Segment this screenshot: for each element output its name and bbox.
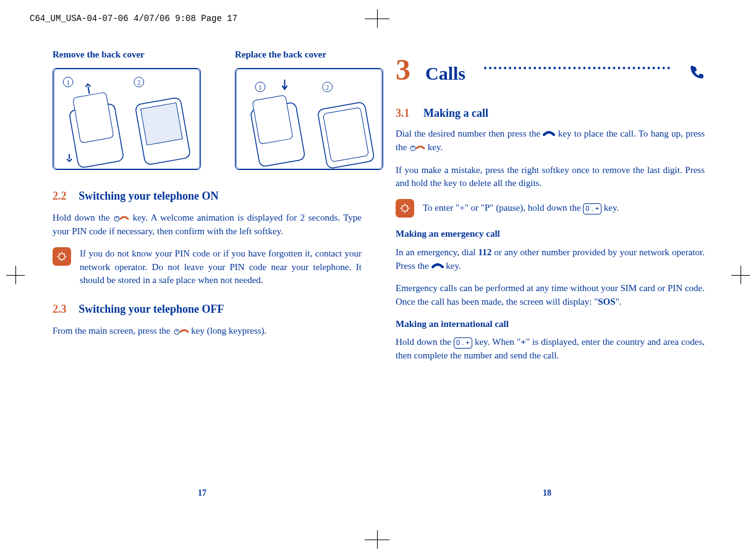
svg-text:1: 1 [67, 78, 70, 85]
heading-remove-cover: Remove the back cover [53, 48, 201, 62]
chapter-title: Calls [425, 60, 465, 87]
tip-plus-pause: To enter "+" or "P" (pause), hold down t… [396, 199, 705, 218]
plus-sign: + [520, 337, 526, 347]
emergency-number: 112 [478, 247, 492, 257]
p3c: key. [446, 261, 461, 271]
section-2-2-title: 2.2 Switching your telephone ON [53, 188, 362, 204]
print-header: C64_UM_USA-04-07-06 4/07/06 9:08 Page 17 [30, 14, 237, 23]
heading-emergency: Making an emergency call [396, 227, 705, 241]
power-key-icon [113, 211, 129, 225]
section-2-3-para-a: From the main screen, press the [53, 326, 173, 336]
heading-replace-cover: Replace the back cover [235, 48, 383, 62]
crop-mark-top [365, 12, 389, 31]
section-2-2-text: Switching your telephone ON [79, 190, 218, 202]
section-2-3-title: 2.3 Switching your telephone OFF [53, 301, 362, 317]
p-emergency-2: Emergency calls can be performed at any … [396, 282, 705, 309]
section-2-3-text: Switching your telephone OFF [79, 303, 224, 315]
p3a: In an emergency, dial [396, 247, 478, 257]
chapter-number: 3 [396, 48, 410, 91]
section-3-1-text: Making a call [423, 107, 488, 119]
tip-icon [53, 247, 71, 266]
call-key-icon [543, 127, 555, 141]
p-dial-a: Dial the desired number then press the [396, 129, 543, 138]
crop-mark-right [731, 269, 750, 287]
svg-text:2: 2 [326, 83, 329, 90]
pin-note-text: If you do not know your PIN code or if y… [80, 247, 362, 287]
section-2-3-num: 2.3 [53, 303, 67, 315]
p5b: key. When " [475, 337, 520, 347]
page-number-17: 17 [198, 488, 206, 498]
pin-note: If you do not know your PIN code or if y… [53, 247, 362, 287]
p-mistake: If you make a mistake, press the right s… [396, 164, 705, 191]
crop-mark-left [6, 269, 25, 287]
diagram-remove-cover: 1 2 [53, 68, 201, 170]
section-3-1-num: 3.1 [396, 107, 410, 119]
heading-international: Making an international call [396, 318, 705, 331]
call-key-icon-2 [431, 260, 444, 273]
page-18: 3 Calls 3.1 Making a call Dial the desir… [396, 48, 705, 371]
section-2-3-para-b: key (long keypress). [191, 326, 266, 336]
tip-icon-2 [396, 199, 414, 218]
chapter-heading: 3 Calls [396, 48, 705, 91]
tip-text: To enter "+" or "P" (pause), hold down t… [423, 201, 619, 215]
svg-text:2: 2 [137, 78, 140, 85]
p5a: Hold down the [396, 337, 454, 347]
svg-rect-8 [140, 103, 182, 145]
p-dial-c: key. [428, 142, 443, 152]
p-international: Hold down the 0 . + key. When "+" is dis… [396, 336, 705, 363]
hangup-key-icon [409, 142, 425, 155]
svg-rect-15 [252, 95, 293, 144]
crop-mark-bottom [365, 530, 389, 549]
page-number-18: 18 [543, 488, 551, 498]
tip-b: key. [604, 203, 619, 213]
svg-point-22 [402, 205, 408, 211]
svg-text:1: 1 [259, 83, 262, 90]
tip-a: To enter "+" or "P" (pause), hold down t… [423, 203, 583, 213]
p4b: ". [616, 297, 622, 307]
section-2-2-num: 2.2 [53, 190, 67, 202]
diagram-replace-cover: 1 2 [235, 68, 383, 170]
section-3-1-title: 3.1 Making a call [396, 105, 705, 121]
section-2-2-para: Hold down the key. A welcome animation i… [53, 211, 362, 239]
p4a: Emergency calls can be performed at any … [396, 283, 705, 307]
dotted-leader [484, 66, 670, 69]
phone-icon [689, 64, 705, 84]
power-key-icon-2 [173, 325, 189, 339]
svg-point-19 [59, 253, 65, 260]
sos-label: SOS [598, 297, 615, 307]
zero-key-icon: 0 . + [583, 203, 601, 214]
zero-key-icon-2: 0 . + [454, 337, 472, 349]
page-17: Remove the back cover 1 2 Replace the ba… [53, 48, 362, 347]
section-2-3-para: From the main screen, press the key (lon… [53, 324, 362, 338]
svg-rect-17 [323, 107, 368, 161]
p-emergency-1: In an emergency, dial 112 or any other n… [396, 246, 705, 273]
p-dial: Dial the desired number then press the k… [396, 127, 705, 155]
